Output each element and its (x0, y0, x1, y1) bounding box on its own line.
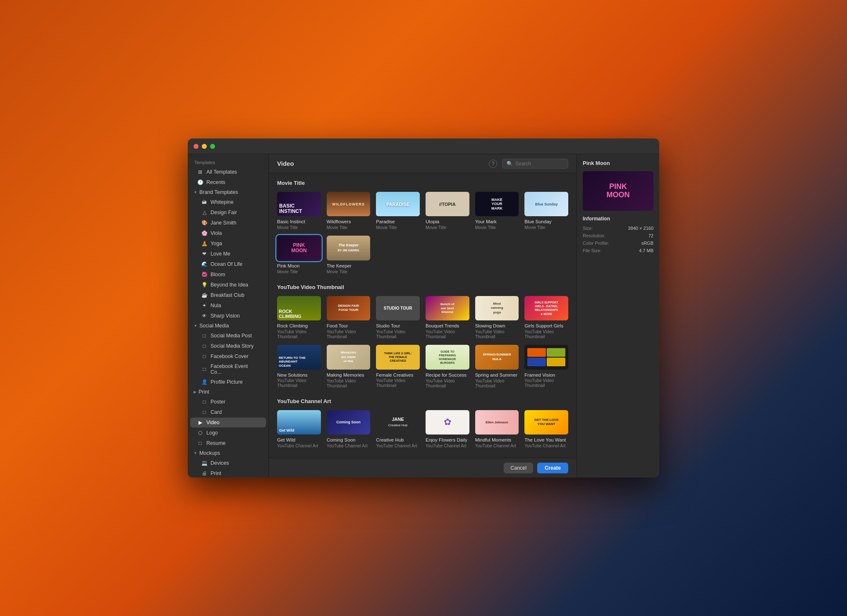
sidebar-item-viola[interactable]: 🌸 Viola (194, 228, 266, 238)
template-mindful-moments[interactable]: Ellen Johnson Mindful Moments YouTube Ch… (475, 410, 519, 448)
template-coming-soon[interactable]: Coming Soon Coming Soon YouTube Channel … (327, 410, 371, 448)
search-icon: 🔍 (507, 161, 513, 167)
sidebar-item-yoga[interactable]: 🧘 Yoga (194, 239, 266, 248)
bloom-icon: 🌺 (201, 271, 208, 278)
sidebar-item-profile-picture[interactable]: 👤 Profile Picture (194, 377, 266, 387)
sidebar-item-social-story[interactable]: □ Social Media Story (194, 341, 266, 351)
template-rock-climbing[interactable]: ROCKCLIMBING Rock Climbing YouTube Video… (277, 296, 321, 339)
template-blue-sunday[interactable]: Blue Sunday Blue Sunday Movie Title (524, 192, 568, 230)
template-wildflowers[interactable]: WILDFLOWERS Wildflowers Movie Title (327, 192, 371, 230)
template-creative-hub[interactable]: JANECreative Hub Creative Hub YouTube Ch… (376, 410, 420, 448)
sidebar-group-brand-templates[interactable]: ▼ Brand Templates (190, 188, 266, 197)
social-media-group: □ Social Media Post □ Social Media Story… (188, 331, 268, 387)
template-your-mark[interactable]: MAKEYOURMARK Your Mark Movie Title (475, 192, 519, 230)
template-basic-instinct[interactable]: BASICINSTINCT Basic Instinct Movie Title (277, 192, 321, 230)
close-button[interactable] (194, 144, 199, 149)
yoga-icon: 🧘 (201, 240, 208, 247)
template-recipe-success[interactable]: GUIDE TOPREPARINGHOMEMADEBURGERS Recipe … (426, 345, 469, 388)
sidebar-item-beyond-the-idea[interactable]: 💡 Beyond the Idea (194, 280, 266, 290)
sidebar-group-print[interactable]: ▶ Print (190, 387, 266, 396)
devices-icon: 💻 (201, 460, 208, 466)
sidebar-group-mockups[interactable]: ▼ Mockups (190, 449, 266, 458)
template-the-keeper[interactable]: The KeeperBY JIM HARRIS The Keeper Movie… (327, 236, 371, 274)
sidebar-group-social-media[interactable]: ▼ Social Media (190, 321, 266, 330)
info-label: Information (583, 216, 653, 222)
template-new-solutions[interactable]: RETURN TO THEABUNDANTOCEAN New Solutions… (277, 345, 321, 388)
template-spring-summer[interactable]: SPRING/SUMMERNULA Spring and Summer YouT… (475, 345, 519, 388)
search-bar[interactable]: 🔍 (502, 159, 568, 169)
thumb-spring-summer: SPRING/SUMMERNULA (475, 345, 519, 369)
sidebar-item-breakfast-club[interactable]: ☕ Breakfast Club (194, 290, 266, 300)
section-yt-thumb-header: YouTube Video Thumbnail (277, 284, 568, 290)
sidebar-item-sharp-vision[interactable]: 👁 Sharp Vision (194, 311, 266, 321)
thumb-making-memories: Memoriesare madeof this (327, 345, 371, 369)
sidebar-item-facebook-cover[interactable]: □ Facebook Cover (194, 351, 266, 361)
page-title: Video (277, 160, 294, 167)
sidebar-item-poster[interactable]: □ Poster (194, 397, 266, 407)
template-girls-support[interactable]: GIRLS SUPPORTGIRLS - DATING,RELATIONSHIP… (524, 296, 568, 339)
sidebar-item-love-me[interactable]: ❤ Love Me (194, 249, 266, 259)
create-button[interactable]: Create (537, 463, 568, 473)
template-pink-moon[interactable]: PINKMOON Pink Moon Movie Title (277, 236, 321, 274)
template-paradise[interactable]: PARADISE Paradise Movie Title (376, 192, 420, 230)
cancel-button[interactable]: Cancel (504, 463, 533, 473)
sidebar-item-whitepine[interactable]: 🏔 Whitepine (194, 197, 266, 207)
sidebar-item-facebook-event[interactable]: □ Facebook Event Co... (194, 362, 266, 377)
template-utopia[interactable]: //TOPIA Utopia Movie Title (426, 192, 469, 230)
section-yt-channel-header: YouTube Channel Art (277, 398, 568, 404)
thumb-love-you-want: GET THE LOVEYOU WANT (524, 410, 568, 435)
template-enjoy-flowers[interactable]: ✿ Enjoy Flowers Daily YouTube Channel Ar… (426, 410, 469, 448)
template-slowing-down[interactable]: Mindcalmingyoga Slowing Down YouTube Vid… (475, 296, 519, 339)
template-love-you-want[interactable]: GET THE LOVEYOU WANT The Love You Want Y… (524, 410, 568, 448)
window-body: Templates ⊞ All Templates 🕐 Recents ▼ Br… (188, 154, 659, 478)
sidebar-item-print-mock[interactable]: 🖨 Print (194, 468, 266, 478)
sidebar-item-bloom[interactable]: 🌺 Bloom (194, 270, 266, 279)
thumb-creative-hub: JANECreative Hub (376, 410, 420, 435)
minimize-button[interactable] (202, 144, 207, 149)
brand-templates-group: 🏔 Whitepine △ Design Fair 🎨 Jane Smith 🌸… (188, 197, 268, 321)
template-female-creatives[interactable]: THINK LIKE A GIRL:THE FEMALECREATIVES Fe… (376, 345, 420, 388)
sidebar-item-recents[interactable]: 🕐 Recents (190, 177, 266, 187)
sidebar-item-social-post[interactable]: □ Social Media Post (194, 331, 266, 341)
sidebar-item-design-fair[interactable]: △ Design Fair (194, 208, 266, 217)
chevron-down-icon: ▼ (194, 190, 197, 194)
template-making-memories[interactable]: Memoriesare madeof this Making Memories … (327, 345, 371, 388)
template-food-tour[interactable]: DESIGN FAIRFood Tour Food Tour YouTube V… (327, 296, 371, 339)
template-framed-vision[interactable]: Framed Vision YouTube Video Thumbnail (524, 345, 568, 388)
sidebar-item-ocean-of-life[interactable]: 🌊 Ocean Of Life (194, 259, 266, 269)
sidebar-item-logo[interactable]: ⬡ Logo (190, 428, 266, 438)
print-icon: 🖨 (201, 470, 208, 477)
clock-icon: 🕐 (197, 179, 203, 186)
thumb-get-wild: Get Wild (277, 410, 321, 435)
print-group: □ Poster □ Card (188, 397, 268, 417)
video-icon: ▶ (197, 419, 203, 426)
info-row-file-size: File Size: 4.7 MB (583, 248, 653, 253)
poster-icon: □ (201, 399, 208, 405)
thumb-the-keeper: The KeeperBY JIM HARRIS (327, 236, 371, 260)
search-input[interactable] (515, 161, 564, 167)
sidebar-item-all-templates[interactable]: ⊞ All Templates (190, 167, 266, 177)
footer: Cancel Create (269, 458, 577, 478)
main-content: Video ? 🔍 Movie Title (269, 154, 577, 478)
facebook-event-icon: □ (201, 366, 208, 372)
sidebar-item-card[interactable]: □ Card (194, 407, 266, 417)
sidebar-item-resume[interactable]: □ Resume (190, 438, 266, 448)
sidebar-item-jane-smith[interactable]: 🎨 Jane Smith (194, 218, 266, 228)
template-studio-tour[interactable]: STUDIO TOUR Studio Tour YouTube Video Th… (376, 296, 420, 339)
mockups-group: 💻 Devices 🖨 Print (188, 458, 268, 478)
sidebar-item-nula[interactable]: ✦ Nula (194, 301, 266, 310)
design-fair-icon: △ (201, 209, 208, 216)
thumb-new-solutions: RETURN TO THEABUNDANTOCEAN (277, 345, 321, 369)
help-button[interactable]: ? (489, 160, 497, 168)
sidebar-item-video[interactable]: ▶ Video (190, 418, 266, 427)
fullscreen-button[interactable] (210, 144, 215, 149)
template-get-wild[interactable]: Get Wild Get Wild YouTube Channel Art (277, 410, 321, 448)
thumb-mindful-moments: Ellen Johnson (475, 410, 519, 435)
thumb-recipe-success: GUIDE TOPREPARINGHOMEMADEBURGERS (426, 345, 469, 369)
sidebar-item-devices[interactable]: 💻 Devices (194, 458, 266, 468)
template-bouquet-trends[interactable]: bunch ofour bestblooms Bouquet Trends Yo… (426, 296, 469, 339)
info-row-color-profile: Color Profile: sRGB (583, 241, 653, 246)
app-window: Templates ⊞ All Templates 🕐 Recents ▼ Br… (188, 138, 659, 478)
breakfast-icon: ☕ (201, 292, 208, 298)
title-bar (188, 138, 659, 154)
